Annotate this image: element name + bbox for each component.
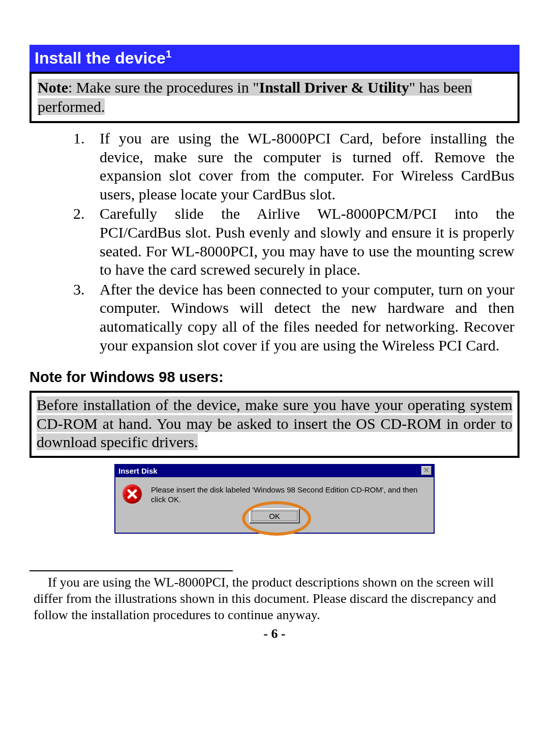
subheading-win98: Note for Windows 98 users:	[29, 369, 520, 386]
dialog-title: Insert Disk	[118, 467, 158, 475]
note-text-1: : Make sure the procedures in "	[68, 79, 259, 96]
close-icon[interactable]: ✕	[421, 466, 432, 475]
section-title: Install the device	[35, 49, 166, 67]
note-line-2: performed.	[38, 98, 105, 115]
footnote: If you are using the WL-8000PCI, the pro…	[29, 574, 520, 623]
step-item: After the device has been connected to y…	[45, 280, 514, 355]
note-bold-hl: Install Driver & Utility	[259, 79, 409, 96]
dialog-titlebar: Insert Disk ✕	[115, 465, 434, 477]
ok-button[interactable]: OK	[249, 508, 300, 524]
note-prefix: Note	[38, 79, 68, 96]
note-box-2: Before installation of the device, make …	[29, 391, 520, 458]
note2-text: Before installation of the device, make …	[37, 396, 512, 450]
footnote-rule	[29, 570, 233, 571]
note-box-1: Note: Make sure the procedures in "Insta…	[29, 72, 520, 123]
section-title-sup: 1	[166, 48, 172, 60]
dialog-message: Please insert the disk labeled 'Windows …	[151, 484, 426, 505]
error-icon	[123, 484, 142, 504]
page-number: - 6 -	[29, 626, 520, 642]
insert-disk-dialog: Insert Disk ✕ Please insert the disk lab…	[114, 464, 435, 534]
section-header: Install the device1	[29, 45, 520, 72]
steps-list: If you are using the WL-8000PCI Card, be…	[29, 129, 520, 355]
note-text-2: " has been	[409, 79, 472, 96]
step-item: Carefully slide the Airlive WL-8000PCM/P…	[45, 205, 514, 279]
step-item: If you are using the WL-8000PCI Card, be…	[45, 129, 514, 203]
